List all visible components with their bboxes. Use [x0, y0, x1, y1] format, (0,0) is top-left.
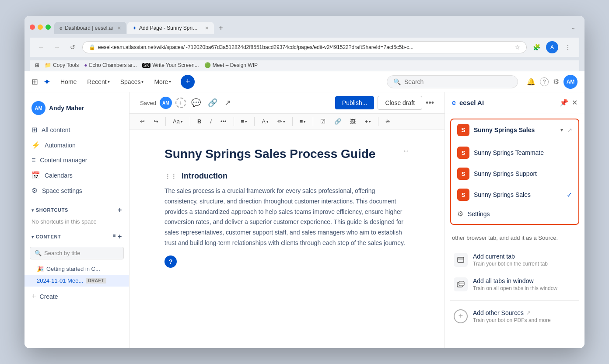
- space-dropdown: S Sunny Springs Sales ▾ ↗ S Sunny Spring…: [450, 119, 579, 225]
- space-support-icon: S: [457, 168, 469, 180]
- image-button[interactable]: 🖼: [346, 116, 359, 126]
- expand-content-icon[interactable]: ↔: [402, 147, 410, 155]
- redo-button[interactable]: ↪: [150, 116, 162, 126]
- new-tab-button[interactable]: +: [215, 22, 227, 34]
- link-button[interactable]: 🔗: [331, 116, 345, 126]
- other-sources-text: Add other Sources ↗ Train your bot on PD…: [473, 309, 576, 323]
- add-all-tabs-title: Add all tabs in window: [473, 277, 576, 284]
- browser-chrome: e Dashboard | eesel.ai ✕ ✦ Add Page - Su…: [24, 16, 584, 71]
- create-button[interactable]: +: [181, 75, 195, 89]
- back-button[interactable]: ←: [35, 41, 47, 53]
- help-button[interactable]: ?: [164, 256, 177, 268]
- menu-button[interactable]: ⋮: [562, 41, 574, 53]
- space-dropdown-header[interactable]: S Sunny Springs Sales ▾ ↗: [451, 119, 578, 140]
- sidebar-doc-meeting[interactable]: 2024-11-01 Mee... DRAFT: [24, 275, 129, 287]
- space-item-support[interactable]: S Sunny Springs Support: [451, 163, 578, 184]
- nav-home-label: Home: [60, 78, 77, 85]
- space-item-sales[interactable]: S Sunny Springs Sales ✓: [451, 184, 578, 205]
- document-title[interactable]: Sunny Springs Sales Process Guide: [164, 147, 410, 161]
- add-current-tab-item[interactable]: Add current tab Train your bot on the cu…: [450, 248, 579, 272]
- forward-button[interactable]: →: [51, 41, 63, 53]
- more-options-button[interactable]: •••: [426, 98, 434, 108]
- align-button[interactable]: ≡ ▾: [238, 116, 251, 126]
- tab-1[interactable]: e Dashboard | eesel.ai ✕: [54, 22, 126, 34]
- add-content-button[interactable]: +: [118, 233, 122, 241]
- task-button[interactable]: ☑: [317, 116, 329, 126]
- list-button[interactable]: ≡ ▾: [296, 116, 310, 126]
- bold-button[interactable]: B: [194, 116, 205, 126]
- insert-button[interactable]: + ▾: [361, 116, 374, 126]
- tab-menu-button[interactable]: ⌄: [571, 24, 576, 31]
- panel-description: other browser tab, and add it as a Sourc…: [450, 230, 579, 248]
- space-dropdown-list: S Sunny Springs Teammate S Sunny Springs…: [451, 140, 578, 224]
- profile-button[interactable]: A: [546, 41, 558, 53]
- settings-icon[interactable]: ⚙: [553, 77, 559, 86]
- bookmark-star[interactable]: ☆: [514, 44, 520, 51]
- close-draft-button[interactable]: Close draft: [378, 96, 422, 110]
- add-all-tabs-item[interactable]: Add all tabs in window Train on all open…: [450, 272, 579, 297]
- notifications-icon[interactable]: 🔔: [527, 77, 536, 86]
- nav-more-label: More: [154, 78, 168, 85]
- sidebar-item-automation[interactable]: ⚡ Automation: [24, 137, 129, 153]
- more-text-button[interactable]: •••: [217, 116, 230, 126]
- sidebar-item-all-content[interactable]: ⊞ All content: [24, 122, 129, 137]
- chevron-down-icon: ▾: [169, 79, 171, 84]
- space-settings-item[interactable]: ⚙ Settings: [451, 205, 578, 222]
- refresh-button[interactable]: ↺: [66, 41, 79, 53]
- filter-icon[interactable]: ≡: [113, 233, 116, 241]
- minimize-window-btn[interactable]: [38, 24, 43, 30]
- content-search-box[interactable]: 🔍 Search by title: [30, 247, 124, 259]
- other-sources-desc: Train your bot on PDFs and more: [473, 317, 576, 323]
- confluence-logo[interactable]: ✦: [43, 77, 51, 87]
- plus-icon: +: [32, 292, 36, 301]
- nav-spaces[interactable]: Spaces ▾: [116, 76, 148, 88]
- nav-more[interactable]: More ▾: [150, 76, 175, 88]
- comment-icon[interactable]: 💬: [189, 96, 203, 109]
- top-nav: ⊞ ✦ Home Recent ▾ Spaces ▾ More: [24, 71, 584, 92]
- expand-button[interactable]: ✳: [382, 116, 394, 126]
- text-style-button[interactable]: Aa ▾: [169, 116, 186, 126]
- pin-icon[interactable]: 📌: [560, 98, 568, 107]
- copy-link-icon[interactable]: 🔗: [206, 96, 219, 109]
- sidebar-content-section: ▾ CONTENT ≡ + 🔍 Search by title: [24, 230, 129, 287]
- nav-search[interactable]: 🔍 Search: [387, 75, 518, 88]
- tab-2[interactable]: ✦ Add Page - Sunny Springs Sa... ✕: [127, 22, 214, 34]
- sidebar-create-button[interactable]: + Create: [24, 288, 129, 304]
- highlight-button[interactable]: ✏ ▾: [274, 116, 289, 126]
- bookmark-apps[interactable]: ⊞: [35, 62, 39, 68]
- add-other-sources-item[interactable]: + Add other Sources ↗ Train your bot on …: [450, 304, 579, 329]
- sidebar-item-content-manager[interactable]: ≡ Content manager: [24, 153, 129, 168]
- content-search-placeholder: Search by title: [44, 250, 80, 256]
- sidebar-item-calendars[interactable]: 📅 Calendars: [24, 168, 129, 183]
- undo-button[interactable]: ↩: [136, 116, 148, 126]
- extensions-button[interactable]: 🧩: [530, 41, 542, 53]
- close-panel-button[interactable]: ✕: [572, 98, 578, 107]
- add-collaborator-button[interactable]: +: [175, 98, 186, 108]
- user-avatar[interactable]: AM: [564, 75, 578, 89]
- checkmark-icon: ✓: [567, 191, 572, 199]
- nav-recent[interactable]: Recent ▾: [83, 76, 114, 88]
- shortcuts-toggle-icon[interactable]: ▾: [32, 208, 34, 213]
- space-item-teammate[interactable]: S Sunny Springs Teammate: [451, 142, 578, 163]
- nav-home[interactable]: Home: [56, 76, 81, 88]
- add-shortcut-button[interactable]: +: [118, 206, 122, 214]
- help-icon[interactable]: ?: [540, 77, 549, 86]
- expand-dropdown-icon[interactable]: ↗: [567, 127, 572, 133]
- maximize-window-btn[interactable]: [46, 24, 51, 30]
- close-window-btn[interactable]: [30, 24, 35, 30]
- sidebar-doc-getting-started[interactable]: 🎉 Getting started in C...: [24, 263, 129, 275]
- tab-1-close[interactable]: ✕: [117, 25, 121, 31]
- bookmark-meet-design[interactable]: 🟢 Meet – Design WIP: [204, 62, 258, 68]
- address-bar[interactable]: 🔒 eesel-team.atlassian.net/wiki/spaces/~…: [82, 41, 527, 53]
- bookmark-copy-tools[interactable]: 📁 Copy Tools: [45, 62, 79, 68]
- sidebar-item-space-settings[interactable]: ⚙ Space settings: [24, 183, 129, 198]
- share-icon[interactable]: ↗: [223, 96, 233, 109]
- italic-button[interactable]: I: [206, 116, 215, 126]
- tab-2-close[interactable]: ✕: [205, 25, 209, 31]
- bookmark-write-your-screen[interactable]: SK Write Your Screen...: [142, 62, 199, 68]
- grid-icon[interactable]: ⊞: [32, 77, 38, 87]
- bookmark-echo-chambers[interactable]: ● Echo Chambers ar...: [84, 62, 137, 68]
- content-toggle-icon[interactable]: ▾: [32, 234, 34, 239]
- text-color-button[interactable]: A ▾: [258, 116, 272, 126]
- publish-button[interactable]: Publish...: [335, 96, 374, 109]
